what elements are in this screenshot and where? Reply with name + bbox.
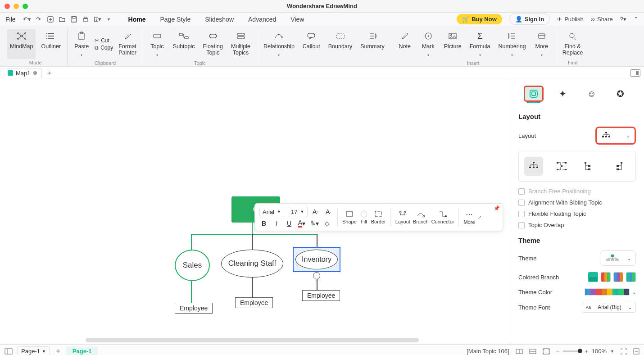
copy-button[interactable]: ⧉Copy — [95, 45, 113, 51]
outliner-button[interactable]: Outliner — [38, 29, 63, 59]
font-select[interactable]: Arial▼ — [259, 207, 284, 217]
node-inventory-selected[interactable]: Inventory — [293, 247, 340, 272]
fb-layout[interactable]: Layout — [395, 210, 410, 224]
add-page-button[interactable]: ＋ — [54, 346, 62, 355]
mark-dd[interactable] — [427, 51, 429, 58]
fb-border[interactable]: Border — [371, 210, 386, 224]
publish-button[interactable]: ✈ Publish — [557, 16, 584, 23]
fb-connector[interactable]: Connector — [431, 210, 454, 224]
cut-button[interactable]: ✂Cut — [95, 37, 113, 44]
formula-dd[interactable] — [479, 51, 481, 58]
node-sales[interactable]: Sales — [175, 250, 210, 281]
bold-icon[interactable]: B — [259, 219, 268, 228]
layout-opt-tree-both[interactable] — [552, 157, 571, 176]
zoom-out-button[interactable]: − — [556, 348, 560, 355]
format-painter-button[interactable]: Format Painter — [116, 29, 139, 59]
chk-flexible[interactable]: Flexible Floating Topic — [518, 210, 636, 217]
new-icon[interactable] — [46, 15, 54, 23]
view-mode-2-icon[interactable] — [529, 349, 536, 354]
paste-button[interactable]: Paste — [71, 29, 92, 59]
highlight-icon[interactable]: ✎▾ — [310, 219, 319, 228]
node-employee-3[interactable]: Employee — [302, 290, 340, 301]
maximize-window[interactable] — [23, 4, 28, 9]
collapse-ribbon-icon[interactable]: ⌃ — [634, 16, 639, 23]
file-menu[interactable]: File — [5, 16, 16, 23]
clear-format-icon[interactable]: ◇ — [322, 219, 331, 228]
layout-dropdown[interactable]: ⌄ — [595, 127, 636, 145]
tab-page-style[interactable]: Page Style — [157, 14, 193, 25]
chevron-down-icon[interactable]: ▼ — [610, 349, 614, 354]
doc-tab-map1[interactable]: Map1 — [3, 68, 42, 78]
fb-expand-icon[interactable]: ⤢ — [478, 215, 481, 220]
layout-opt-tree-down[interactable] — [524, 157, 543, 176]
node-employee-1[interactable]: Employee — [175, 303, 213, 314]
layout-opt-tree-left[interactable] — [608, 157, 627, 176]
increase-font-icon[interactable]: A+ — [311, 207, 320, 216]
save-icon[interactable] — [70, 15, 78, 23]
tab-advanced[interactable]: Advanced — [245, 14, 279, 25]
tab-home[interactable]: Home — [126, 14, 149, 25]
minimize-panel-icon[interactable] — [633, 348, 639, 355]
swatch-2[interactable] — [601, 272, 611, 282]
decrease-font-icon[interactable]: A- — [324, 207, 333, 216]
size-select[interactable]: 17▼ — [288, 207, 308, 217]
buy-now-button[interactable]: 🛒 Buy Now — [457, 14, 502, 24]
subtopic-button[interactable]: Subtopic — [170, 29, 198, 59]
paste-dropdown[interactable] — [81, 51, 82, 58]
formula-button[interactable]: ΣFormula — [467, 29, 493, 59]
tab-view[interactable]: View — [288, 14, 307, 25]
sp-tab-style[interactable] — [524, 86, 544, 102]
page-tab-1[interactable]: Page-1 — [66, 346, 98, 355]
collapse-node-button[interactable]: − — [313, 272, 320, 279]
sp-tab-clipart[interactable]: ✪ — [611, 86, 630, 102]
summary-button[interactable]: Summary — [358, 29, 387, 59]
fb-fill[interactable]: Fill — [359, 210, 368, 224]
share-button[interactable]: ∞ Share — [591, 16, 613, 23]
theme-color-strip[interactable] — [585, 288, 630, 296]
signin-button[interactable]: 👤 Sign In — [509, 14, 550, 25]
swatch-3[interactable] — [613, 272, 623, 282]
numbering-dd[interactable] — [511, 51, 513, 58]
more-dd[interactable] — [541, 51, 543, 58]
node-employee-2[interactable]: Employee — [235, 297, 273, 308]
layout-opt-tree-right[interactable] — [580, 157, 599, 176]
panel-toggle-button[interactable] — [630, 69, 640, 77]
add-tab-button[interactable]: ＋ — [45, 68, 54, 77]
help-icon[interactable]: ?▾ — [620, 16, 626, 23]
picture-button[interactable]: Picture — [441, 29, 464, 59]
mark-button[interactable]: Mark — [418, 29, 439, 59]
find-replace-button[interactable]: Find & Replace — [560, 29, 586, 59]
redo-icon[interactable]: ↷ — [35, 15, 43, 23]
multiple-topics-button[interactable]: Multiple Topics — [228, 29, 253, 59]
boundary-button[interactable]: Boundary — [326, 29, 355, 59]
swatch-1[interactable] — [588, 272, 598, 282]
horizontal-scrollbar[interactable] — [86, 338, 419, 342]
swatch-4[interactable] — [626, 272, 636, 282]
chevron-down-icon[interactable]: ⌄ — [632, 290, 636, 295]
rel-dd[interactable] — [278, 51, 280, 58]
tab-slideshow[interactable]: Slideshow — [202, 14, 236, 25]
zoom-slider[interactable] — [563, 350, 581, 352]
page-select[interactable]: Page-1▼ — [17, 346, 50, 355]
floating-topic-button[interactable]: Floating Topic — [200, 29, 225, 59]
view-mode-1-icon[interactable] — [516, 349, 523, 354]
theme-font-select[interactable]: Aa Arial (Big) ⌄ — [582, 302, 636, 313]
sp-tab-ai[interactable]: ✦ — [553, 86, 572, 102]
customize-qat-icon[interactable]: ▾ — [105, 15, 113, 23]
more-insert-button[interactable]: More — [531, 29, 552, 59]
zoom-in-button[interactable]: + — [585, 348, 588, 355]
canvas[interactable]: Ow Sales Cleaning Staff Inventory − Empl… — [0, 79, 510, 344]
sp-tab-icon[interactable]: ☺ — [582, 86, 602, 102]
close-window[interactable] — [5, 4, 10, 9]
note-button[interactable]: Note — [395, 29, 415, 59]
pin-icon[interactable]: 📌 — [494, 205, 500, 211]
node-cleaning[interactable]: Cleaning Staff — [221, 250, 283, 278]
italic-icon[interactable]: I — [272, 219, 281, 228]
numbering-button[interactable]: 123Numbering — [496, 29, 529, 59]
topic-dd[interactable] — [156, 51, 158, 58]
theme-dropdown[interactable]: ⌄ — [600, 250, 636, 266]
callout-button[interactable]: Callout — [300, 29, 323, 59]
print-icon[interactable] — [82, 15, 90, 23]
fb-branch[interactable]: Branch — [413, 210, 429, 224]
outline-toggle-icon[interactable] — [5, 348, 13, 355]
